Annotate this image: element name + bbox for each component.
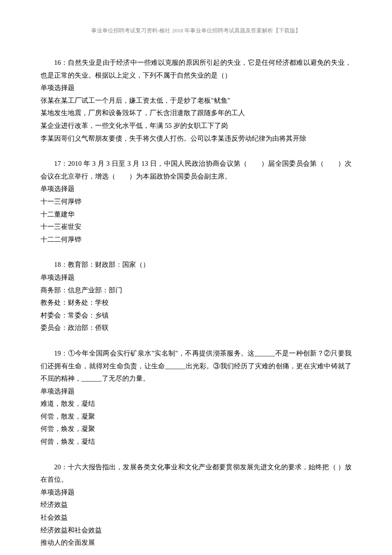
- question-type: 单项选择题: [40, 81, 352, 94]
- question-type: 单项选择题: [40, 385, 352, 398]
- page-header: 事业单位招聘考试复习资料-榆社 2018 年事业单位招聘考试真题及答案解析【下载…: [40, 26, 352, 36]
- question-16: 16：自然失业是由于经济中一些难以克服的原因所引起的失业，它是任何经济都难以避免…: [40, 56, 352, 145]
- option-b: 某地发生地震，厂房和设备毁坏了，厂长含泪遣散了跟随多年的工人: [40, 107, 352, 119]
- question-text: 18：教育部：财政部：国家（）: [40, 258, 352, 271]
- question-text: 17：2010 年 3 月 3 日至 3 月 13 日，中国人民政治协商会议第（…: [40, 157, 352, 182]
- option-d: 十二二何厚铧: [40, 233, 352, 246]
- question-text: 20：十六大报告指出，发展各类文化事业和文化产业都要贯彻发展先进文化的要求，始终…: [40, 461, 352, 486]
- option-a: 难道，散发，凝结: [40, 397, 352, 410]
- option-c: 何尝，焕发，凝聚: [40, 422, 352, 435]
- option-a: 张某在某工厂试工一个月后，嫌工资太低，于是炒了老板"鱿鱼": [40, 94, 352, 107]
- question-19: 19：①今年全国两会实行矿泉水"实名制"，不再提供沏茶服务。这______不是一…: [40, 347, 352, 448]
- option-a: 十一三何厚铧: [40, 195, 352, 208]
- option-b: 何尝，散发，凝聚: [40, 410, 352, 423]
- question-type: 单项选择题: [40, 182, 352, 195]
- question-17: 17：2010 年 3 月 3 日至 3 月 13 日，中国人民政治协商会议第（…: [40, 157, 352, 246]
- question-20: 20：十六大报告指出，发展各类文化事业和文化产业都要贯彻发展先进文化的要求，始终…: [40, 461, 352, 549]
- question-type: 单项选择题: [40, 271, 352, 284]
- question-text: 16：自然失业是由于经济中一些难以克服的原因所引起的失业，它是任何经济都难以避免…: [40, 56, 352, 81]
- option-d: 推动人的全面发展: [40, 536, 352, 549]
- option-c: 十一三崔世安: [40, 220, 352, 233]
- option-a: 商务部：信息产业部：部门: [40, 284, 352, 297]
- option-c: 村委会：常委会：乡镇: [40, 309, 352, 322]
- option-b: 十二董建华: [40, 208, 352, 221]
- option-c: 某企业进行改革，一些文化水平低，年满 55 岁的女职工下了岗: [40, 119, 352, 132]
- option-b: 教务处：财务处：学校: [40, 296, 352, 309]
- option-c: 经济效益和社会效益: [40, 524, 352, 537]
- question-18: 18：教育部：财政部：国家（） 单项选择题 商务部：信息产业部：部门 教务处：财…: [40, 258, 352, 334]
- option-a: 经济效益: [40, 498, 352, 511]
- option-d: 委员会：政治部：侨联: [40, 321, 352, 334]
- option-d: 李某因哥们义气帮朋友要债，失手将欠债人打伤。公司以李某违反劳动纪律为由将其开除: [40, 132, 352, 145]
- option-d: 何曾，焕发，凝结: [40, 435, 352, 448]
- option-b: 社会效益: [40, 511, 352, 524]
- question-type: 单项选择题: [40, 486, 352, 499]
- question-text: 19：①今年全国两会实行矿泉水"实名制"，不再提供沏茶服务。这______不是一…: [40, 347, 352, 385]
